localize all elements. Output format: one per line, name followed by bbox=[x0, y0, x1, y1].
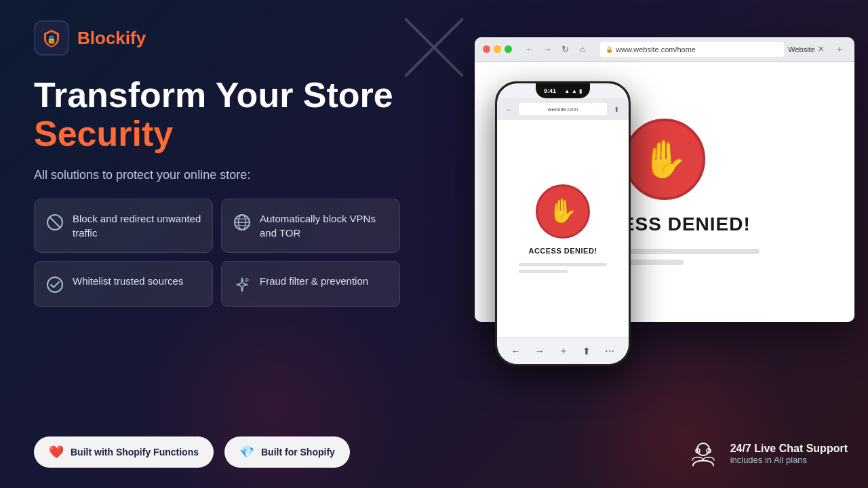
support-title: 24/7 Live Chat Support bbox=[730, 443, 848, 455]
feature-block-vpn: Automatically block VPNs and TOR bbox=[221, 199, 400, 253]
phone-back-btn: ← bbox=[502, 102, 516, 116]
dot-red bbox=[483, 45, 490, 53]
features-grid: Block and redirect unwanted traffic Auto… bbox=[34, 199, 400, 307]
dot-yellow bbox=[494, 45, 501, 53]
dot-green bbox=[505, 45, 512, 53]
phone-time: 9:41 bbox=[544, 87, 556, 94]
url-text: www.website.com/home bbox=[616, 45, 696, 54]
new-tab-btn: ＋ bbox=[833, 43, 846, 56]
browser-dots bbox=[483, 45, 512, 53]
phone-notch: 9:41 ▲ ▲ ▮ bbox=[536, 83, 590, 98]
badge-shopify-text: Built for Shopify bbox=[261, 447, 335, 458]
forward-btn: → bbox=[540, 43, 554, 56]
browser-hand-icon: ✋ bbox=[642, 138, 688, 182]
background: 🔒 Blockify Transform Your Store Security… bbox=[0, 0, 868, 488]
feature-text-whitelist: Whitelist trusted sources bbox=[73, 274, 183, 288]
block-icon bbox=[45, 213, 64, 232]
headline: Transform Your Store Security bbox=[34, 76, 400, 153]
browser-url-bar: 🔒 www.website.com/home bbox=[600, 42, 784, 57]
left-panel: 🔒 Blockify Transform Your Store Security… bbox=[0, 0, 434, 488]
signal-icon: ▲ bbox=[564, 88, 570, 94]
close-tab-btn: ✕ bbox=[814, 43, 827, 56]
phone-browser-bar: ← website.com ⬆ bbox=[497, 98, 629, 120]
feature-whitelist: Whitelist trusted sources bbox=[34, 261, 213, 307]
phone-forward-nav: → bbox=[535, 346, 545, 357]
badge-built-shopify: 💎 Built for Shopify bbox=[224, 436, 350, 468]
logo-icon: 🔒 bbox=[34, 20, 69, 56]
sparkle-icon bbox=[233, 275, 252, 294]
headline-line2: Security bbox=[34, 115, 400, 153]
support-subtitle: includes in All plans bbox=[730, 455, 848, 465]
logo: 🔒 Blockify bbox=[34, 20, 400, 56]
phone-hand-icon: ✋ bbox=[548, 197, 578, 225]
badges: ❤️ Built with Shopify Functions 💎 Built … bbox=[34, 436, 400, 468]
brand-name: Blockify bbox=[77, 28, 146, 49]
feature-block-traffic: Block and redirect unwanted traffic bbox=[34, 199, 213, 253]
feature-text-block: Block and redirect unwanted traffic bbox=[73, 211, 201, 240]
svg-line-2 bbox=[50, 217, 61, 228]
svg-text:🔒: 🔒 bbox=[47, 35, 56, 44]
browser-bar: ← → ↻ ⌂ 🔒 www.website.com/home Website ✕… bbox=[475, 37, 854, 62]
feature-fraud: Fraud filter & prevention bbox=[221, 261, 400, 307]
subtitle: All solutions to protect your online sto… bbox=[34, 168, 400, 182]
badge-shopify-functions: ❤️ Built with Shopify Functions bbox=[34, 436, 214, 468]
headline-line1: Transform Your Store bbox=[34, 76, 400, 115]
browser-nav: ← → ↻ ⌂ bbox=[523, 43, 589, 56]
phone-content: ✋ ACCESS DENIED! bbox=[497, 120, 629, 337]
phone-url-text: website.com bbox=[548, 106, 578, 113]
support-text: 24/7 Live Chat Support includes in All p… bbox=[730, 443, 848, 465]
reload-btn: ↻ bbox=[558, 43, 572, 56]
phone-line-1 bbox=[519, 263, 607, 266]
phone-back-nav: ← bbox=[511, 346, 521, 357]
feature-text-fraud: Fraud filter & prevention bbox=[260, 274, 368, 288]
heart-icon: ❤️ bbox=[49, 445, 64, 460]
lock-icon: 🔒 bbox=[606, 46, 613, 53]
browser-hand-circle: ✋ bbox=[624, 119, 705, 200]
battery-icon: ▮ bbox=[579, 88, 582, 94]
gem-icon: 💎 bbox=[239, 445, 254, 460]
phone-hand-circle: ✋ bbox=[536, 184, 590, 239]
browser-tab-title: Website bbox=[795, 43, 808, 56]
right-panel: ← → ↻ ⌂ 🔒 www.website.com/home Website ✕… bbox=[407, 0, 868, 488]
support-badge: 24/7 Live Chat Support includes in All p… bbox=[686, 436, 848, 471]
check-circle-icon bbox=[45, 275, 64, 294]
svg-point-9 bbox=[245, 279, 248, 281]
phone-access-denied-text: ACCESS DENIED! bbox=[528, 247, 597, 255]
back-btn: ← bbox=[523, 43, 536, 56]
phone-line-2 bbox=[519, 270, 568, 273]
phone-add-nav: ＋ bbox=[559, 345, 568, 357]
phone-tabs-nav: ⋯ bbox=[605, 346, 614, 357]
globe-icon bbox=[233, 213, 252, 232]
phone-status-icons: ▲ ▲ ▮ bbox=[564, 88, 582, 94]
svg-point-8 bbox=[47, 277, 62, 292]
phone-mockup: 9:41 ▲ ▲ ▮ ← website.com ⬆ ✋ bbox=[495, 81, 631, 366]
support-icon bbox=[686, 436, 721, 471]
phone-share-btn: ⬆ bbox=[610, 102, 623, 116]
phone-bottom-bar: ← → ＋ ⬆ ⋯ bbox=[497, 337, 629, 364]
home-btn: ⌂ bbox=[576, 43, 589, 56]
wifi-icon: ▲ bbox=[572, 88, 577, 94]
badge-functions-text: Built with Shopify Functions bbox=[71, 447, 199, 458]
phone-screen: 9:41 ▲ ▲ ▮ ← website.com ⬆ ✋ bbox=[497, 83, 629, 364]
feature-text-vpn: Automatically block VPNs and TOR bbox=[260, 211, 389, 240]
phone-share-nav: ⬆ bbox=[583, 346, 591, 357]
phone-placeholder-lines bbox=[519, 263, 607, 273]
phone-url-bar: website.com bbox=[519, 103, 607, 115]
